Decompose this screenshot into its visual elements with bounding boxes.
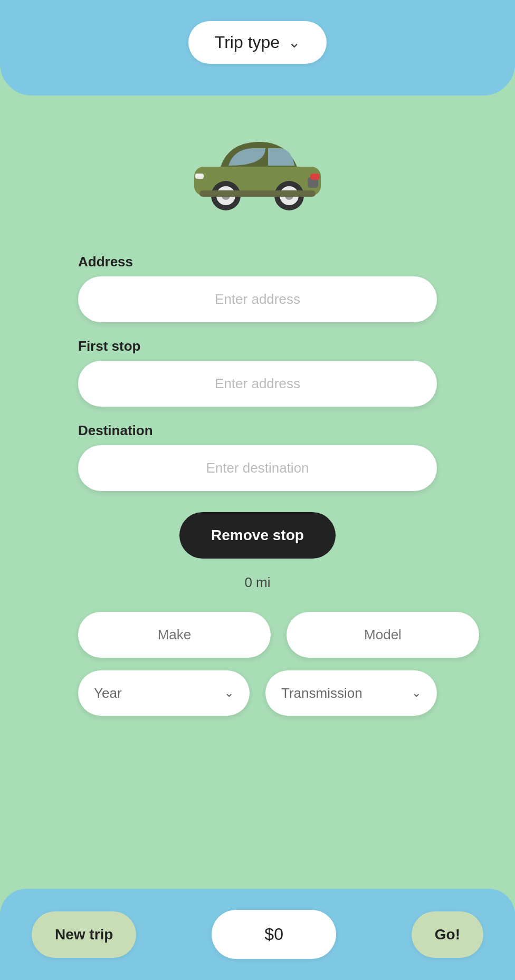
address-label: Address [78,254,437,270]
new-trip-button[interactable]: New trip [32,911,136,958]
destination-input[interactable] [78,445,437,491]
first-stop-input[interactable] [78,361,437,407]
form-section: Address First stop Destination Remove st… [78,238,437,728]
distance-display: 0 mi [78,574,437,591]
address-input[interactable] [78,276,437,322]
car-svg [184,127,331,212]
cost-display: $0 [212,910,336,959]
year-select[interactable]: Year 2024 2023 2022 2021 2020 [78,670,250,716]
destination-label: Destination [78,422,437,439]
svg-rect-11 [199,190,316,197]
header: Trip type ⌄ [0,0,515,95]
trip-type-label: Trip type [215,33,280,52]
footer: New trip $0 Go! [0,889,515,980]
svg-rect-3 [310,174,320,180]
main-content: Address First stop Destination Remove st… [0,95,515,889]
make-input[interactable] [78,612,271,658]
chevron-down-icon: ⌄ [288,34,300,51]
remove-stop-button[interactable]: Remove stop [179,512,336,559]
transmission-select[interactable]: Transmission Automatic Manual [265,670,437,716]
year-select-wrapper: Year 2024 2023 2022 2021 2020 ⌄ [78,670,250,716]
model-input[interactable] [287,612,479,658]
go-button[interactable]: Go! [412,911,483,958]
year-transmission-row: Year 2024 2023 2022 2021 2020 ⌄ Transmis… [78,670,437,716]
svg-rect-4 [195,174,204,179]
first-stop-label: First stop [78,338,437,354]
make-model-row [78,612,437,658]
transmission-select-wrapper: Transmission Automatic Manual ⌄ [265,670,437,716]
car-illustration [184,127,331,212]
trip-type-dropdown[interactable]: Trip type ⌄ [188,21,327,64]
